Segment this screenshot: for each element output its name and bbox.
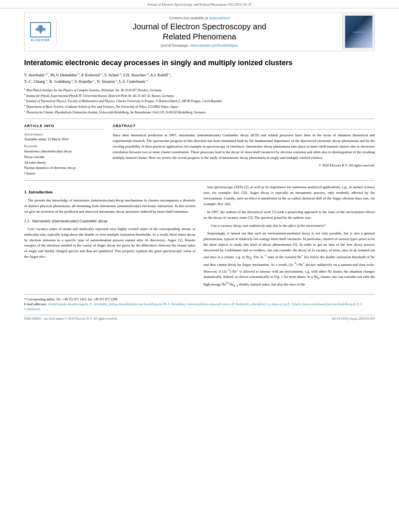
intro-para-2: Core vacancy states of atoms and molecul… — [24, 226, 195, 260]
subsection-1-1-heading: 1.1. Interatomic (intermolecular) Coulom… — [24, 218, 195, 224]
right-para-1: tron spectroscopy (AES) [2], as well as … — [204, 185, 375, 207]
body-content: 1. Introduction The present day knowledg… — [24, 185, 375, 290]
available-online-value: Available online 15 March 2010 — [24, 137, 105, 141]
keyword-4: Nuclear dynamics of electronic decay — [24, 165, 105, 171]
abstract-body-divider — [24, 180, 375, 181]
footnote-section: * Corresponding author. Tel.: +49 351 87… — [24, 294, 375, 312]
journal-reference-text: Journal of Electron Spectroscopy and Rel… — [147, 2, 252, 6]
copyright-line: © 2010 Elsevier B.V. All rights reserved… — [113, 163, 375, 167]
keyword-1: Interatomic (intermolecular) decay — [24, 149, 105, 154]
keyword-5: Clusters — [24, 171, 105, 177]
svg-point-5 — [37, 27, 44, 32]
authors-text: V. Averbukh a,*, Ph.V. Demekhin b, P. Ko… — [24, 73, 171, 77]
journal-reference-bar: Journal of Electron Spectroscopy and Rel… — [0, 0, 399, 8]
authors-line: V. Averbukh a,*, Ph.V. Demekhin b, P. Ko… — [24, 72, 375, 85]
publisher-logo-area: ELSEVIER — [25, 19, 57, 45]
intro-para-1: The present day knowledge of interatomic… — [24, 198, 195, 215]
history-label: Article history: — [24, 133, 105, 136]
issn-text: 0368-2048/$ – see front matter © 2010 El… — [24, 317, 118, 320]
sciencedirect-link[interactable]: ScienceDirect — [209, 16, 230, 20]
elsevier-logo-svg — [32, 24, 49, 36]
italic-question: Can a vacancy decay non-radiatively only… — [211, 223, 368, 229]
keyword-2: Decay cascade — [24, 154, 105, 160]
email-addresses: vitali@mpipks-dresden.mpg.de (V. Averbuk… — [24, 302, 363, 311]
affiliation-e: e Theoretische Chemie, Physikalisch-Chem… — [24, 109, 375, 115]
journal-cover-thumbnail: Journal Cover — [345, 16, 372, 48]
keyword-3: Ab initio theory — [24, 160, 105, 166]
journal-header: ELSEVIER Contents lists available at Sci… — [24, 12, 375, 51]
body-right-col: tron spectroscopy (AES) [2], as well as … — [204, 185, 375, 290]
keywords-label: Keywords: — [24, 144, 105, 148]
affiliation-b: b Institut für Physik, Experimental-Phys… — [24, 93, 375, 99]
corresponding-author-footnote: * Corresponding author. Tel.: +49 351 87… — [24, 297, 375, 302]
abstract-heading: ABSTRACT — [113, 124, 375, 129]
journal-title: Journal of Electron Spectroscopy and Rel… — [61, 22, 338, 42]
intro-section-right: tron spectroscopy (AES) [2], as well as … — [204, 185, 375, 288]
body-left-col: 1. Introduction The present day knowledg… — [24, 185, 195, 290]
main-content: Interatomic electronic decay processes i… — [0, 58, 399, 320]
affiliation-a: a Max Planck Institute for the Physics o… — [24, 87, 375, 93]
elsevier-logo: ELSEVIER — [30, 22, 51, 42]
article-info-heading: ARTICLE INFO — [24, 124, 105, 129]
abstract-text: Since their theoretical prediction in 19… — [113, 133, 375, 161]
intro-section-left: 1. Introduction The present day knowledg… — [24, 189, 195, 260]
authors-text-line2: Y.-C. Chiang e, K. Gokhberg e, S. Kopelk… — [24, 79, 148, 84]
section-1-heading: 1. Introduction — [24, 189, 195, 195]
elsevier-logo-box — [30, 22, 51, 37]
bottom-bar: 0368-2048/$ – see front matter © 2010 El… — [24, 315, 375, 320]
contents-available-line: Contents lists available at ScienceDirec… — [61, 16, 338, 20]
affiliation-c: c Institute of Theoretical Physics, Facu… — [24, 98, 375, 104]
right-para-2: In 1997, the authors of the theoretical … — [204, 210, 375, 221]
header-divider — [24, 119, 375, 119]
page: Journal of Electron Spectroscopy and Rel… — [0, 0, 399, 532]
right-para-3: Surprisingly, it turned out that such an… — [204, 231, 375, 288]
affiliations: a Max Planck Institute for the Physics o… — [24, 87, 375, 115]
article-title: Interatomic electronic decay processes i… — [24, 58, 375, 68]
article-info-column: ARTICLE INFO Article history: Available … — [24, 124, 105, 176]
abstract-column: ABSTRACT Since their theoretical predict… — [113, 124, 375, 176]
journal-homepage-link[interactable]: www.elsevier.com/locate/elspec — [190, 43, 239, 47]
affiliation-d: d Department of Basic Science, Graduate … — [24, 104, 375, 109]
article-info-abstract-row: ARTICLE INFO Article history: Available … — [24, 124, 375, 176]
email-footnote: E-mail addresses: vitali@mpipks-dresden.… — [24, 302, 375, 312]
elsevier-text-label: ELSEVIER — [31, 38, 50, 42]
journal-homepage-line: journal homepage: www.elsevier.com/locat… — [61, 43, 338, 47]
doi-text: doi:10.1016/j.elspec.2010.03.003 — [332, 317, 375, 320]
journal-cover-thumbnail-area: Journal Cover — [342, 14, 374, 50]
journal-title-area: Contents lists available at ScienceDirec… — [57, 13, 342, 51]
keywords-list: Interatomic (intermolecular) decay Decay… — [24, 149, 105, 176]
